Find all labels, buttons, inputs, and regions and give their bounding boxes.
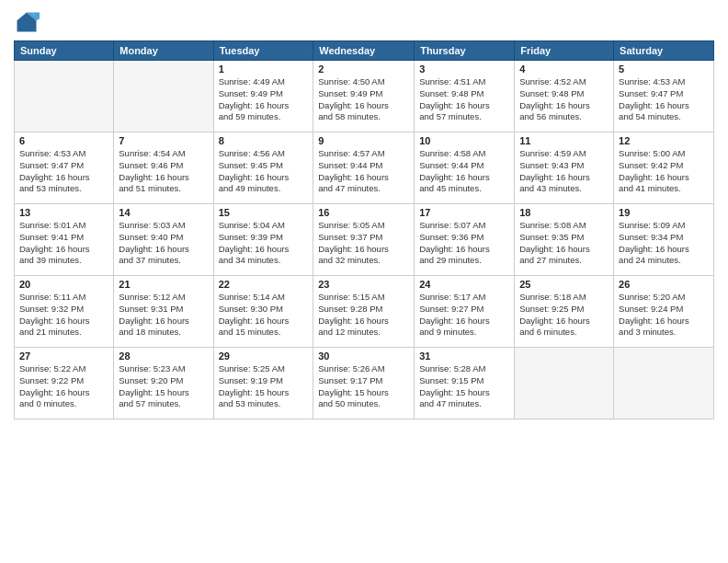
calendar-cell: 1Sunrise: 4:49 AM Sunset: 9:49 PM Daylig… <box>213 61 313 132</box>
day-number: 13 <box>19 207 108 218</box>
calendar-cell: 16Sunrise: 5:05 AM Sunset: 9:37 PM Dayli… <box>313 204 415 276</box>
calendar-cell <box>15 61 114 132</box>
day-info: Sunrise: 5:08 AM Sunset: 9:35 PM Dayligh… <box>519 220 609 267</box>
calendar-cell <box>614 348 714 419</box>
calendar-cell: 3Sunrise: 4:51 AM Sunset: 9:48 PM Daylig… <box>415 61 515 132</box>
calendar-cell: 11Sunrise: 4:59 AM Sunset: 9:43 PM Dayli… <box>515 132 614 204</box>
day-info: Sunrise: 4:56 AM Sunset: 9:45 PM Dayligh… <box>219 148 309 195</box>
day-number: 5 <box>619 63 709 75</box>
calendar-cell: 26Sunrise: 5:20 AM Sunset: 9:24 PM Dayli… <box>614 276 714 348</box>
calendar-cell: 31Sunrise: 5:28 AM Sunset: 9:15 PM Dayli… <box>415 348 515 419</box>
header <box>14 9 714 35</box>
weekday-header-saturday: Saturday <box>614 41 714 61</box>
day-info: Sunrise: 4:53 AM Sunset: 9:47 PM Dayligh… <box>619 76 709 123</box>
day-number: 17 <box>419 207 509 218</box>
weekday-header-monday: Monday <box>114 41 213 61</box>
day-number: 28 <box>119 350 208 362</box>
day-info: Sunrise: 5:12 AM Sunset: 9:31 PM Dayligh… <box>119 292 208 339</box>
weekday-header-thursday: Thursday <box>415 41 515 61</box>
calendar-cell: 10Sunrise: 4:58 AM Sunset: 9:44 PM Dayli… <box>415 132 515 204</box>
week-row-3: 13Sunrise: 5:01 AM Sunset: 9:41 PM Dayli… <box>15 204 714 276</box>
calendar-cell: 6Sunrise: 4:53 AM Sunset: 9:47 PM Daylig… <box>15 132 114 204</box>
calendar-cell: 13Sunrise: 5:01 AM Sunset: 9:41 PM Dayli… <box>15 204 114 276</box>
calendar-cell: 2Sunrise: 4:50 AM Sunset: 9:49 PM Daylig… <box>313 61 415 132</box>
day-info: Sunrise: 5:18 AM Sunset: 9:25 PM Dayligh… <box>519 292 609 339</box>
day-number: 26 <box>619 279 709 290</box>
day-info: Sunrise: 5:00 AM Sunset: 9:42 PM Dayligh… <box>619 148 709 195</box>
week-row-4: 20Sunrise: 5:11 AM Sunset: 9:32 PM Dayli… <box>15 276 714 348</box>
calendar-cell: 12Sunrise: 5:00 AM Sunset: 9:42 PM Dayli… <box>614 132 714 204</box>
day-info: Sunrise: 5:23 AM Sunset: 9:20 PM Dayligh… <box>119 363 208 410</box>
day-info: Sunrise: 5:09 AM Sunset: 9:34 PM Dayligh… <box>619 220 709 267</box>
weekday-header-tuesday: Tuesday <box>213 41 313 61</box>
day-number: 15 <box>219 207 309 218</box>
calendar-cell: 15Sunrise: 5:04 AM Sunset: 9:39 PM Dayli… <box>213 204 313 276</box>
day-info: Sunrise: 5:22 AM Sunset: 9:22 PM Dayligh… <box>19 363 108 410</box>
page: SundayMondayTuesdayWednesdayThursdayFrid… <box>0 0 728 563</box>
day-info: Sunrise: 5:26 AM Sunset: 9:17 PM Dayligh… <box>318 363 409 410</box>
day-number: 19 <box>619 207 709 218</box>
day-number: 11 <box>519 135 609 146</box>
day-number: 30 <box>318 350 409 362</box>
calendar-cell: 22Sunrise: 5:14 AM Sunset: 9:30 PM Dayli… <box>213 276 313 348</box>
calendar-cell: 18Sunrise: 5:08 AM Sunset: 9:35 PM Dayli… <box>515 204 614 276</box>
day-number: 2 <box>318 63 409 75</box>
day-info: Sunrise: 5:04 AM Sunset: 9:39 PM Dayligh… <box>219 220 309 267</box>
day-number: 20 <box>19 279 108 290</box>
day-info: Sunrise: 5:03 AM Sunset: 9:40 PM Dayligh… <box>119 220 208 267</box>
calendar-cell: 24Sunrise: 5:17 AM Sunset: 9:27 PM Dayli… <box>415 276 515 348</box>
week-row-2: 6Sunrise: 4:53 AM Sunset: 9:47 PM Daylig… <box>15 132 714 204</box>
day-number: 3 <box>419 63 509 75</box>
day-number: 14 <box>119 207 208 218</box>
weekday-header-wednesday: Wednesday <box>313 41 415 61</box>
calendar-cell: 20Sunrise: 5:11 AM Sunset: 9:32 PM Dayli… <box>15 276 114 348</box>
calendar-cell: 28Sunrise: 5:23 AM Sunset: 9:20 PM Dayli… <box>114 348 213 419</box>
weekday-header-row: SundayMondayTuesdayWednesdayThursdayFrid… <box>15 41 714 61</box>
calendar-cell: 17Sunrise: 5:07 AM Sunset: 9:36 PM Dayli… <box>415 204 515 276</box>
day-info: Sunrise: 4:59 AM Sunset: 9:43 PM Dayligh… <box>519 148 609 195</box>
day-number: 18 <box>519 207 609 218</box>
day-number: 27 <box>19 350 108 362</box>
day-info: Sunrise: 5:20 AM Sunset: 9:24 PM Dayligh… <box>619 292 709 339</box>
day-number: 10 <box>419 135 509 146</box>
day-number: 22 <box>219 279 309 290</box>
day-number: 4 <box>519 63 609 75</box>
day-info: Sunrise: 5:17 AM Sunset: 9:27 PM Dayligh… <box>419 292 509 339</box>
day-number: 24 <box>419 279 509 290</box>
day-number: 23 <box>318 279 409 290</box>
day-info: Sunrise: 4:50 AM Sunset: 9:49 PM Dayligh… <box>318 76 409 123</box>
calendar: SundayMondayTuesdayWednesdayThursdayFrid… <box>14 40 714 419</box>
calendar-cell <box>114 61 213 132</box>
day-number: 8 <box>219 135 309 146</box>
day-info: Sunrise: 5:28 AM Sunset: 9:15 PM Dayligh… <box>419 363 509 410</box>
day-info: Sunrise: 4:51 AM Sunset: 9:48 PM Dayligh… <box>419 76 509 123</box>
logo <box>14 9 43 35</box>
calendar-cell: 9Sunrise: 4:57 AM Sunset: 9:44 PM Daylig… <box>313 132 415 204</box>
calendar-cell: 27Sunrise: 5:22 AM Sunset: 9:22 PM Dayli… <box>15 348 114 419</box>
day-info: Sunrise: 5:07 AM Sunset: 9:36 PM Dayligh… <box>419 220 509 267</box>
day-info: Sunrise: 4:57 AM Sunset: 9:44 PM Dayligh… <box>318 148 409 195</box>
calendar-cell: 30Sunrise: 5:26 AM Sunset: 9:17 PM Dayli… <box>313 348 415 419</box>
day-number: 29 <box>219 350 309 362</box>
calendar-cell: 5Sunrise: 4:53 AM Sunset: 9:47 PM Daylig… <box>614 61 714 132</box>
day-number: 12 <box>619 135 709 146</box>
day-info: Sunrise: 4:58 AM Sunset: 9:44 PM Dayligh… <box>419 148 509 195</box>
calendar-cell <box>515 348 614 419</box>
calendar-cell: 4Sunrise: 4:52 AM Sunset: 9:48 PM Daylig… <box>515 61 614 132</box>
day-info: Sunrise: 5:11 AM Sunset: 9:32 PM Dayligh… <box>19 292 108 339</box>
day-info: Sunrise: 5:25 AM Sunset: 9:19 PM Dayligh… <box>219 363 309 410</box>
day-info: Sunrise: 5:01 AM Sunset: 9:41 PM Dayligh… <box>19 220 108 267</box>
weekday-header-sunday: Sunday <box>15 41 114 61</box>
calendar-cell: 23Sunrise: 5:15 AM Sunset: 9:28 PM Dayli… <box>313 276 415 348</box>
calendar-cell: 7Sunrise: 4:54 AM Sunset: 9:46 PM Daylig… <box>114 132 213 204</box>
day-info: Sunrise: 4:54 AM Sunset: 9:46 PM Dayligh… <box>119 148 208 195</box>
day-number: 25 <box>519 279 609 290</box>
day-number: 6 <box>19 135 108 146</box>
day-info: Sunrise: 4:49 AM Sunset: 9:49 PM Dayligh… <box>219 76 309 123</box>
day-number: 1 <box>219 63 309 75</box>
calendar-cell: 14Sunrise: 5:03 AM Sunset: 9:40 PM Dayli… <box>114 204 213 276</box>
calendar-cell: 21Sunrise: 5:12 AM Sunset: 9:31 PM Dayli… <box>114 276 213 348</box>
day-info: Sunrise: 5:15 AM Sunset: 9:28 PM Dayligh… <box>318 292 409 339</box>
day-info: Sunrise: 5:14 AM Sunset: 9:30 PM Dayligh… <box>219 292 309 339</box>
day-number: 7 <box>119 135 208 146</box>
